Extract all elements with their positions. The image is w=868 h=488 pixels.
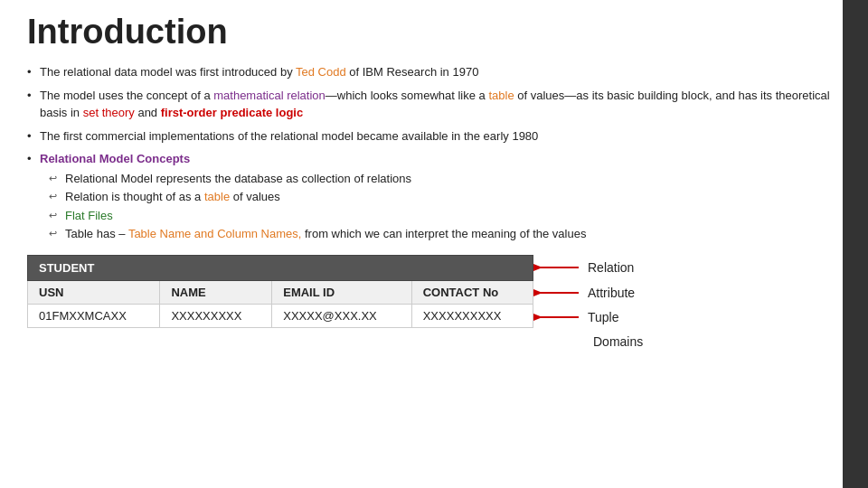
tuple-label-row: Tuple bbox=[533, 305, 643, 330]
labels-container: Relation Attribute Tuple Domains bbox=[533, 255, 643, 354]
sub-item-4: Table has – Table Name and Column Names,… bbox=[49, 226, 841, 242]
svg-marker-1 bbox=[533, 264, 542, 271]
col-usn: USN bbox=[28, 280, 160, 304]
svg-marker-5 bbox=[533, 314, 542, 321]
cell-contact: XXXXXXXXXX bbox=[411, 304, 533, 327]
table-header-row: STUDENT bbox=[28, 255, 533, 280]
cell-email: XXXXX@XXX.XX bbox=[272, 304, 411, 327]
bullet3-text: The first commercial implementations of … bbox=[40, 129, 538, 143]
tuple-arrow-icon bbox=[533, 308, 588, 326]
relational-model-concepts-label: Relational Model Concepts bbox=[40, 152, 190, 165]
attribute-label: Attribute bbox=[588, 286, 635, 300]
bullet-item-3: The first commercial implementations of … bbox=[27, 128, 841, 145]
bullet-item-2: The model uses the concept of a mathemat… bbox=[27, 88, 841, 122]
table-link: table bbox=[488, 89, 514, 102]
ted-codd-link: Ted Codd bbox=[296, 65, 346, 79]
col-name: NAME bbox=[160, 280, 272, 304]
tuple-label: Tuple bbox=[588, 310, 619, 324]
cell-name: XXXXXXXXX bbox=[160, 304, 272, 327]
main-content: Introduction The relational data model w… bbox=[0, 0, 868, 363]
bullet-item-1: The relational data model was first intr… bbox=[27, 64, 841, 81]
domains-label-row: Domains bbox=[533, 330, 643, 354]
bullet1-text: The relational data model was first intr… bbox=[40, 65, 478, 79]
right-sidebar bbox=[843, 0, 868, 488]
attribute-label-row: Attribute bbox=[533, 281, 643, 305]
relation-label: Relation bbox=[588, 260, 634, 275]
sub-item-2: Relation is thought of as a table of val… bbox=[49, 189, 841, 205]
table-ref: table bbox=[204, 190, 230, 203]
table-name-column-names: Table Name and Column Names, bbox=[128, 227, 301, 240]
table-title-cell: STUDENT bbox=[28, 255, 533, 280]
attribute-arrow-icon bbox=[533, 284, 588, 302]
set-theory-link: set theory bbox=[83, 106, 135, 119]
predicate-logic-link: first-order predicate logic bbox=[161, 106, 303, 119]
page-title: Introduction bbox=[27, 13, 841, 52]
svg-marker-3 bbox=[533, 289, 542, 296]
bullet-list: The relational data model was first intr… bbox=[27, 64, 841, 242]
col-email: EMAIL ID bbox=[272, 280, 411, 304]
sub-item-1: Relational Model represents the database… bbox=[49, 171, 841, 187]
table-wrapper: STUDENT USN NAME EMAIL ID CONTACT No 01F… bbox=[27, 255, 533, 328]
table-section: STUDENT USN NAME EMAIL ID CONTACT No 01F… bbox=[27, 255, 841, 354]
relation-label-row: Relation bbox=[533, 255, 643, 281]
table-row: 01FMXXMCAXX XXXXXXXXX XXXXX@XXX.XX XXXXX… bbox=[28, 304, 533, 327]
student-table: STUDENT USN NAME EMAIL ID CONTACT No 01F… bbox=[27, 255, 533, 328]
math-relation-link: mathematical relation bbox=[213, 89, 326, 102]
bullet2-text: The model uses the concept of a mathemat… bbox=[40, 89, 830, 119]
cell-usn: 01FMXXMCAXX bbox=[28, 304, 160, 327]
relation-arrow-icon bbox=[533, 258, 588, 277]
col-contact: CONTACT No bbox=[411, 280, 533, 304]
sub-list: Relational Model represents the database… bbox=[49, 171, 841, 242]
sub-item-3: Flat Files bbox=[49, 208, 841, 224]
column-header-row: USN NAME EMAIL ID CONTACT No bbox=[28, 280, 533, 304]
domains-label: Domains bbox=[593, 334, 643, 349]
bullet-item-4: Relational Model Concepts Relational Mod… bbox=[27, 151, 841, 242]
